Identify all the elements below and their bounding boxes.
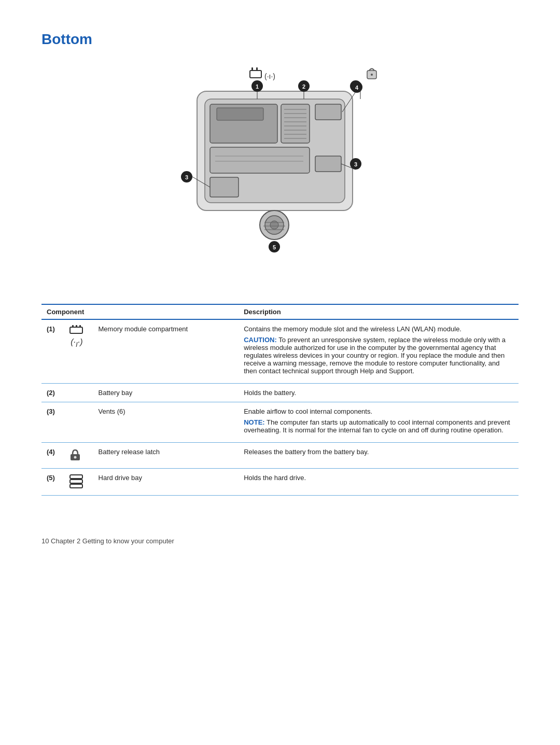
row-description: Holds the hard drive. (239, 469, 519, 496)
svg-text:1: 1 (256, 83, 259, 90)
svg-rect-51 (70, 327, 82, 333)
caution-label: CAUTION: (244, 336, 277, 344)
svg-text:2: 2 (302, 83, 305, 90)
svg-text:4: 4 (355, 85, 359, 91)
row-component-name: Battery bay (93, 384, 239, 402)
wireless-icon: (·I·) (69, 338, 82, 348)
svg-text:3: 3 (354, 161, 357, 167)
table-row: (5) Hard drive bay Holds the hard drive. (41, 469, 519, 496)
svg-rect-26 (251, 67, 253, 71)
row-num: (1) (41, 319, 64, 384)
row-icon-latch (64, 443, 93, 469)
harddrive-icon (69, 474, 83, 488)
svg-rect-16 (210, 177, 239, 197)
svg-rect-27 (256, 67, 258, 71)
row-description: Enable airflow to cool internal componen… (239, 402, 519, 443)
svg-rect-59 (70, 484, 82, 488)
desc-main: Contains the memory module slot and the … (244, 325, 513, 333)
row-num: (5) (41, 469, 64, 496)
row-component-name: Hard drive bay (93, 469, 239, 496)
row-icon-memory: (·I·) (64, 319, 93, 384)
memory-icon (69, 325, 83, 335)
col-header-component: Component (41, 304, 93, 319)
note-label: NOTE: (244, 418, 264, 426)
svg-rect-18 (315, 156, 341, 172)
svg-rect-3 (217, 108, 263, 120)
desc-main: Enable airflow to cool internal componen… (244, 407, 513, 415)
footer-text: 10 Chapter 2 Getting to know your comput… (41, 537, 519, 545)
svg-rect-57 (70, 475, 82, 479)
laptop-bottom-diagram: (·ı·) 1 2 3 4 3 3 5 (156, 60, 404, 288)
table-row: (3) Vents (6) Enable airflow to cool int… (41, 402, 519, 443)
row-icon-battery-bay (64, 384, 93, 402)
row-description: Contains the memory module slot and the … (239, 319, 519, 384)
row-component-name: Vents (6) (93, 402, 239, 443)
component-table: Component Description (1) (41, 304, 519, 496)
svg-rect-54 (79, 325, 81, 327)
table-row: (2) Battery bay Holds the battery. (41, 384, 519, 402)
svg-rect-13 (210, 147, 310, 173)
svg-point-36 (371, 74, 373, 76)
page-title: Bottom (41, 31, 519, 48)
svg-rect-53 (76, 325, 77, 327)
svg-rect-52 (72, 325, 74, 327)
row-num: (2) (41, 384, 64, 402)
row-description: Holds the battery. (239, 384, 519, 402)
svg-rect-25 (250, 71, 261, 78)
latch-icon (69, 448, 81, 461)
svg-text:3: 3 (185, 174, 188, 180)
svg-text:(·ı·): (·ı·) (264, 72, 275, 80)
note-text: The computer fan starts up automatically… (244, 418, 510, 434)
row-num: (3) (41, 402, 64, 443)
desc-note: NOTE: The computer fan starts up automat… (244, 418, 513, 434)
svg-rect-58 (70, 480, 82, 483)
col-header-component-name (93, 304, 239, 319)
svg-point-56 (74, 456, 77, 459)
table-row: (1) (·I·) Memory module c (41, 319, 519, 384)
desc-caution: CAUTION: To prevent an unresponsive syst… (244, 336, 513, 375)
row-icon-hdd (64, 469, 93, 496)
svg-rect-4 (281, 104, 310, 143)
row-description: Releases the battery from the battery ba… (239, 443, 519, 469)
col-header-description: Description (239, 304, 519, 319)
row-component-name: Memory module compartment (93, 319, 239, 384)
svg-rect-17 (315, 104, 341, 120)
row-component-name: Battery release latch (93, 443, 239, 469)
svg-text:5: 5 (273, 244, 276, 250)
row-num: (4) (41, 443, 64, 469)
table-row: (4) Battery release latch Releases the b… (41, 443, 519, 469)
caution-text: To prevent an unresponsive system, repla… (244, 336, 506, 375)
laptop-diagram-container: (·ı·) 1 2 3 4 3 3 5 (41, 60, 519, 288)
row-icon-vents (64, 402, 93, 443)
